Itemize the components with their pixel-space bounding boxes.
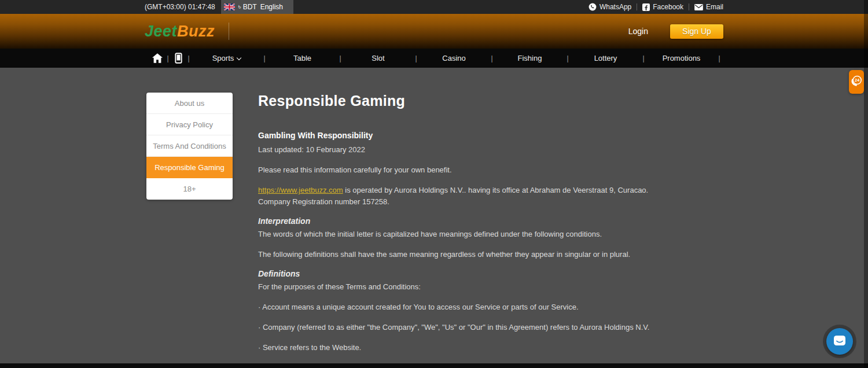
nav-item-casino[interactable]: Casino: [420, 54, 488, 62]
paragraph: Last updated: 10 February 2022: [258, 144, 675, 156]
nav-separator: |: [164, 54, 171, 62]
nav-item-slot[interactable]: Slot: [344, 54, 413, 62]
nav-item-label: Lottery: [594, 54, 617, 62]
language-selector[interactable]: ৳ BDT English: [221, 0, 293, 14]
nav-separator: |: [337, 54, 344, 62]
nav-item-label: Table: [293, 54, 311, 62]
logo-divider: [229, 23, 229, 40]
email-label: Email: [706, 3, 723, 11]
logo-text-jeet: Jeet: [145, 23, 177, 40]
nav-item-promotions[interactable]: Promotions: [647, 54, 716, 62]
paragraph: The words of which the initial letter is…: [258, 229, 675, 240]
logo-text-buzz: Buzz: [177, 23, 215, 40]
header: JeetBuzz Login Sign Up: [0, 14, 868, 49]
signup-button[interactable]: Sign Up: [670, 24, 723, 39]
login-button[interactable]: Login: [628, 27, 648, 36]
paragraph: · Account means a unique account created…: [258, 301, 675, 313]
sidebar-item-about-us[interactable]: About us: [146, 93, 233, 114]
content: Responsible Gaming Gambling With Respons…: [258, 93, 675, 362]
nav-separator: |: [488, 54, 495, 62]
content-body: Gambling With ResponsibilityLast updated…: [258, 131, 675, 354]
whatsapp-label: WhatsApp: [599, 3, 631, 11]
nav-separator: |: [640, 54, 647, 62]
timezone-clock: (GMT+03:00) 01:47:48: [145, 3, 215, 11]
chat-bubble-icon: [826, 328, 853, 355]
uk-flag-icon: [224, 3, 235, 10]
nav-separator: |: [413, 54, 420, 62]
footer-strip: [0, 363, 868, 368]
topbar-divider: [637, 3, 637, 10]
paragraph: The following definitions shall have the…: [258, 249, 675, 260]
nav-menu: | | Sports|Table|Slot|Casino|Fishing|Lot…: [145, 49, 723, 68]
mobile-icon[interactable]: [171, 53, 185, 64]
main-area: About usPrivacy PolicyTerms And Conditio…: [145, 68, 723, 362]
page-title: Responsible Gaming: [258, 93, 675, 109]
nav-separator: |: [716, 54, 723, 62]
whatsapp-link[interactable]: WhatsApp: [589, 3, 631, 11]
email-icon: [694, 4, 703, 10]
nav-item-label: Fishing: [518, 54, 542, 62]
paragraph: · Company (referred to as either "the Co…: [258, 322, 675, 333]
nav-item-lottery[interactable]: Lottery: [571, 54, 640, 62]
support-24-label: 24: [855, 78, 860, 83]
sidebar-menu: About usPrivacy PolicyTerms And Conditio…: [146, 93, 233, 200]
nav-item-table[interactable]: Table: [268, 54, 337, 62]
nav-item-sports[interactable]: Sports: [192, 54, 261, 62]
paragraph: https://www.jeetbuzz.com is operated by …: [258, 185, 675, 208]
nav-item-label: Casino: [442, 54, 465, 62]
facebook-link[interactable]: Facebook: [642, 3, 683, 11]
nav-separator: |: [185, 54, 192, 62]
nav-separator: |: [564, 54, 571, 62]
scrollbar[interactable]: [864, 0, 868, 368]
language-label: English: [260, 3, 283, 11]
support-24-7-icon: 24: [850, 75, 863, 90]
topbar: (GMT+03:00) 01:47:48 ৳ BDT English: [0, 0, 868, 14]
section-heading: Interpretation: [258, 216, 675, 226]
email-link[interactable]: Email: [694, 3, 723, 11]
topbar-divider: [689, 3, 689, 10]
sidebar-item-responsible-gaming[interactable]: Responsible Gaming: [146, 157, 233, 178]
support-24-7-button[interactable]: 24: [849, 70, 864, 94]
currency-label: ৳ BDT: [238, 3, 257, 11]
content-subtitle: Gambling With Responsibility: [258, 131, 675, 140]
jeetbuzz-url-link[interactable]: https://www.jeetbuzz.com: [258, 186, 343, 194]
nav-item-label: Sports: [212, 54, 234, 62]
facebook-label: Facebook: [653, 3, 683, 11]
nav-item-fishing[interactable]: Fishing: [495, 54, 564, 62]
facebook-icon: [642, 3, 650, 11]
sidebar-item-terms-and-conditions[interactable]: Terms And Conditions: [146, 135, 233, 157]
paragraph: For the purposes of these Terms and Cond…: [258, 281, 675, 293]
section-heading: Definitions: [258, 269, 675, 278]
nav-item-label: Slot: [372, 54, 384, 62]
paragraph: Please read this information carefully f…: [258, 164, 675, 176]
chevron-down-icon: [237, 56, 241, 60]
nav-item-label: Promotions: [663, 54, 701, 62]
paragraph: · Service refers to the Website.: [258, 342, 675, 354]
whatsapp-icon: [589, 3, 597, 11]
main-nav: | | Sports|Table|Slot|Casino|Fishing|Lot…: [0, 49, 868, 68]
home-icon[interactable]: [150, 53, 164, 63]
nav-separator: |: [261, 54, 268, 62]
jeetbuzz-logo[interactable]: JeetBuzz: [145, 23, 215, 41]
live-chat-button[interactable]: [823, 325, 856, 358]
sidebar-item-18[interactable]: 18+: [146, 178, 233, 200]
sidebar-item-privacy-policy[interactable]: Privacy Policy: [146, 114, 233, 135]
topbar-contact-links: WhatsApp Facebook: [589, 3, 723, 11]
